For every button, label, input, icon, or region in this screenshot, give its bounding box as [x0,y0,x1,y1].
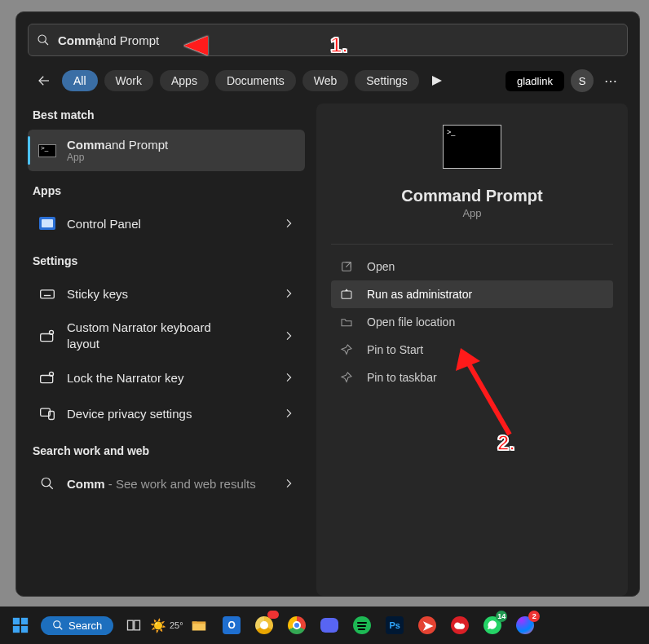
action-open[interactable]: Open [331,253,613,280]
task-view-button[interactable] [121,613,146,637]
whatsapp-badge: 14 [496,611,507,622]
action-run-as-admin[interactable]: Run as administrator [331,280,613,308]
section-head-best-match: Best match [28,104,305,130]
result-sticky-keys[interactable]: Sticky keys [28,276,305,311]
chevron-right-icon [282,329,295,342]
chrome-icon [288,616,306,634]
windows-search-panel: Command Prompt All Work Apps Documents W… [15,11,640,597]
search-icon [52,620,64,631]
tab-web[interactable]: Web [302,70,349,91]
folder-icon [190,616,208,634]
tab-documents[interactable]: Documents [215,70,296,91]
temperature: 25° [170,620,183,630]
search-body: Best match >_ Command Prompt App Apps [28,104,628,596]
svg-point-0 [38,35,46,42]
result-device-privacy[interactable]: Device privacy settings [28,395,305,431]
result-title: Device privacy settings [67,407,272,421]
chevron-right-icon [282,287,295,300]
tab-apps[interactable]: Apps [160,70,209,91]
search-input-container[interactable]: Command Prompt [28,24,628,56]
discord-button[interactable] [317,613,342,637]
prompt-glyph: >_ [447,128,455,136]
svg-rect-20 [342,291,351,298]
weather-widget[interactable]: ☀️ 25° [154,613,179,637]
action-label: Open file location [367,315,455,329]
svg-rect-25 [13,618,20,624]
result-command-prompt[interactable]: >_ Command Prompt App [28,130,305,171]
overflow-menu-button[interactable]: ⋯ [600,69,623,92]
chevron-right-icon [282,217,295,230]
result-title: Lock the Narrator key [67,371,272,385]
chrome-canary-button[interactable] [252,613,276,637]
taskbar-search-button[interactable]: Search [41,616,113,635]
svg-point-29 [54,621,60,628]
tab-settings[interactable]: Settings [355,70,419,91]
spotify-icon [353,616,371,634]
outlook-button[interactable]: O [219,613,244,637]
action-label: Pin to taskbar [367,371,437,384]
tabs-more-button[interactable] [426,69,448,92]
svg-rect-26 [21,618,28,624]
windows-icon [11,616,29,634]
back-button[interactable] [33,69,55,92]
account-label[interactable]: gladlink [506,71,564,91]
divider [331,244,613,245]
keyboard-settings-icon [38,326,57,346]
keyboard-lock-icon [38,368,57,387]
action-label: Run as administrator [367,288,472,301]
svg-rect-33 [192,621,206,624]
control-panel-icon [38,214,57,233]
result-title: Command Prompt [67,138,295,152]
action-pin-start[interactable]: Pin to Start [331,336,613,364]
result-control-panel[interactable]: Control Panel [28,205,305,241]
search-input[interactable]: Command Prompt [58,33,159,47]
svg-rect-27 [13,626,20,633]
devices-icon [38,404,57,423]
chevron-right-icon [282,407,295,420]
search-typed-bold: Comm [58,33,96,47]
svg-rect-32 [135,620,140,630]
todoist-button[interactable]: ➤ [415,613,439,637]
svg-marker-3 [432,76,442,86]
svg-line-30 [60,627,63,630]
search-icon [37,33,50,46]
creative-cloud-icon [451,616,469,634]
todoist-icon: ➤ [418,616,436,634]
arrow-left-icon [37,73,51,88]
messenger-button[interactable]: 2 [513,613,537,637]
file-explorer-button[interactable] [187,613,211,637]
task-view-icon [126,617,142,633]
action-open-location[interactable]: Open file location [331,308,613,336]
svg-rect-4 [41,290,55,298]
section-head-apps: Apps [28,179,305,205]
tab-all[interactable]: All [62,70,98,91]
spotify-button[interactable] [350,613,374,637]
section-head-web: Search work and web [28,439,305,465]
result-narrator-layout[interactable]: Custom Narrator keyboard layout [28,311,305,359]
text-caret [99,33,99,47]
start-button[interactable] [8,613,33,637]
svg-line-17 [49,485,53,489]
messenger-badge: 2 [528,611,540,622]
result-web-search[interactable]: Comm - See work and web results [28,465,305,501]
svg-rect-31 [128,620,134,630]
tab-work[interactable]: Work [104,70,153,91]
outlook-icon: O [223,616,241,634]
search-scope-tabs: All Work Apps Documents Web Settings gla… [28,69,628,104]
action-pin-taskbar[interactable]: Pin to taskbar [331,364,613,391]
result-lock-narrator[interactable]: Lock the Narrator key [28,359,305,395]
result-title: Comm - See work and web results [67,477,272,491]
chrome-button[interactable] [285,613,309,637]
svg-line-1 [45,42,48,45]
photoshop-button[interactable]: Ps [382,613,407,637]
chevron-right-icon [282,477,295,490]
sun-icon: ☀️ [150,618,166,633]
result-sub: App [67,152,295,163]
creative-cloud-button[interactable] [448,613,472,637]
user-avatar[interactable]: S [571,69,594,92]
chrome-canary-icon [255,616,273,634]
whatsapp-button[interactable]: 14 [480,613,505,637]
discord-icon [320,618,338,633]
result-title: Control Panel [67,217,272,231]
admin-icon [339,287,354,302]
